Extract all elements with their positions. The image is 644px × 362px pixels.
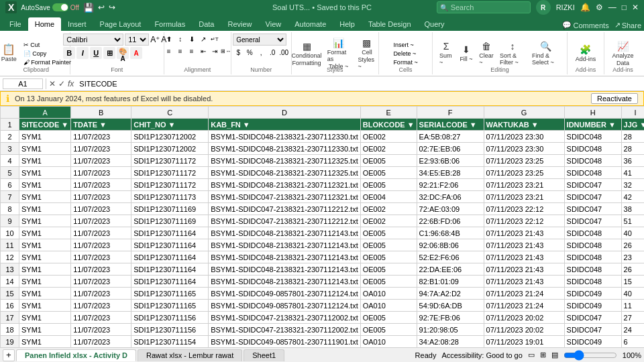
cell-reference-box[interactable]: [3, 78, 43, 89]
table-cell[interactable]: 41: [621, 167, 644, 179]
autosum-button[interactable]: Σ Sum ~: [437, 40, 455, 67]
table-cell[interactable]: 07/11/2023 23:21: [484, 191, 564, 203]
increase-decimal-button[interactable]: .00: [278, 47, 289, 58]
save-icon[interactable]: 💾: [83, 3, 94, 13]
header-sitecode[interactable]: SITECODE ▼: [19, 119, 71, 131]
italic-button[interactable]: I: [76, 47, 89, 59]
header-idnumber[interactable]: IDNUMBER ▼: [564, 119, 621, 131]
col-header-b[interactable]: B: [71, 107, 131, 119]
table-cell[interactable]: 07/11/2023 21:43: [484, 227, 564, 239]
table-cell[interactable]: SDI1P1230711156: [131, 324, 209, 336]
header-tdate[interactable]: TDATE ▼: [71, 119, 131, 131]
table-cell[interactable]: BSYM1-SDIDC048-2138321-2307112143.txt: [209, 227, 361, 239]
table-cell[interactable]: SYM1: [19, 276, 71, 288]
table-cell[interactable]: BSYM1-SDIDC047-2138321-2307112321.txt: [209, 191, 361, 203]
table-cell[interactable]: BSYM1-SDIDC048-2138321-2307112330.txt: [209, 131, 361, 143]
currency-button[interactable]: $: [233, 47, 244, 58]
percent-button[interactable]: %: [244, 47, 255, 58]
minimize-icon[interactable]: —: [608, 3, 616, 12]
table-cell[interactable]: OE002: [360, 215, 417, 227]
table-cell[interactable]: SYM1: [19, 179, 71, 191]
table-cell[interactable]: SYM1: [19, 191, 71, 203]
header-waktukab[interactable]: WAKTUKAB ▼: [484, 119, 564, 131]
table-cell[interactable]: 24: [621, 324, 644, 336]
table-cell[interactable]: BSYM1-SDIDC049-0857801-2307112124.txt: [209, 288, 361, 300]
table-cell[interactable]: 94:7A:A2:D2: [417, 288, 484, 300]
table-cell[interactable]: OE005: [360, 167, 417, 179]
table-cell[interactable]: 07/11/2023 21:43: [484, 251, 564, 263]
table-cell[interactable]: BSYM1-SDIDC047-2138321-2307112212.txt: [209, 215, 361, 227]
align-center-button[interactable]: ≡: [175, 46, 186, 56]
table-cell[interactable]: OA010: [360, 288, 417, 300]
table-cell[interactable]: 36: [621, 155, 644, 167]
table-cell[interactable]: 07/11/2023 22:12: [484, 215, 564, 227]
conditional-formatting-button[interactable]: ▦ Conditional Formatting: [291, 40, 321, 68]
merge-button[interactable]: ⊞↔: [221, 46, 231, 56]
header-chitno[interactable]: CHIT_NO ▼: [131, 119, 209, 131]
header-blokcode[interactable]: BLOKCODE ▼: [360, 119, 417, 131]
table-cell[interactable]: 11: [621, 300, 644, 312]
table-cell[interactable]: OE005: [360, 324, 417, 336]
comma-button[interactable]: ,: [256, 47, 266, 58]
table-cell[interactable]: 40: [621, 288, 644, 300]
table-cell[interactable]: SDIDC049: [564, 336, 621, 348]
table-cell[interactable]: 22:6B:FD:06: [417, 215, 484, 227]
table-cell[interactable]: BSYM1-SDIDC049-0857801-2307112124.txt: [209, 300, 361, 312]
table-cell[interactable]: 11/07/2023: [71, 263, 131, 276]
comments-btn[interactable]: 💬 Comments: [562, 21, 608, 29]
analyze-data-button[interactable]: 📈 Analyze Data: [609, 40, 636, 68]
redo-icon[interactable]: ↪: [109, 3, 115, 12]
table-cell[interactable]: 27: [621, 312, 644, 324]
table-cell[interactable]: 28: [621, 131, 644, 143]
table-cell[interactable]: 11/07/2023: [71, 288, 131, 300]
table-cell[interactable]: SYM1: [19, 239, 71, 251]
add-sheet-button[interactable]: +: [3, 349, 15, 361]
table-cell[interactable]: 42: [621, 191, 644, 203]
table-cell[interactable]: 07/11/2023 21:43: [484, 263, 564, 276]
col-header-a[interactable]: A: [19, 107, 71, 119]
table-cell[interactable]: 28: [621, 143, 644, 155]
bold-button[interactable]: B: [63, 47, 75, 59]
table-cell[interactable]: OE005: [360, 155, 417, 167]
col-header-c[interactable]: C: [131, 107, 209, 119]
add-ins-button[interactable]: 🧩 Add-ins: [573, 43, 599, 64]
table-cell[interactable]: SDI1P1230711164: [131, 276, 209, 288]
table-cell[interactable]: 38: [621, 203, 644, 215]
tab-page-layout[interactable]: Page Layout: [93, 17, 148, 31]
table-cell[interactable]: 51: [621, 215, 644, 227]
col-header-d[interactable]: D: [209, 107, 361, 119]
table-cell[interactable]: OE004: [360, 191, 417, 203]
table-cell[interactable]: 07/11/2023 23:21: [484, 179, 564, 191]
table-cell[interactable]: SDIDC047: [564, 203, 621, 215]
notifications-icon[interactable]: 🔔: [580, 3, 590, 12]
align-right-button[interactable]: ≡: [186, 46, 197, 56]
table-cell[interactable]: SDIDC049: [564, 288, 621, 300]
table-cell[interactable]: SDIDC048: [564, 251, 621, 263]
font-size-select[interactable]: 11: [125, 34, 149, 46]
page-break-icon[interactable]: ▤: [551, 351, 558, 359]
table-cell[interactable]: SDIDC049: [564, 300, 621, 312]
table-cell[interactable]: BSYM1-SDIDC047-2138321-2307112002.txt: [209, 324, 361, 336]
find-select-button[interactable]: 🔍 Find & Select ~: [529, 40, 563, 67]
table-cell[interactable]: 40: [621, 227, 644, 239]
border-button[interactable]: ⊞: [103, 47, 115, 59]
tab-file[interactable]: File: [3, 17, 28, 31]
table-cell[interactable]: SYM1: [19, 312, 71, 324]
table-cell[interactable]: SDI1P1230711172: [131, 179, 209, 191]
table-cell[interactable]: SDI1P1230711164: [131, 239, 209, 251]
increase-font-icon[interactable]: A⁺: [150, 35, 160, 44]
format-button[interactable]: Format ~: [390, 58, 420, 66]
table-cell[interactable]: SYM1: [19, 263, 71, 276]
table-cell[interactable]: SDIDC048: [564, 276, 621, 288]
sheet-tab-rawat[interactable]: Rawat xlsx - Lembur rawat: [138, 349, 242, 361]
table-cell[interactable]: C1:96:68:4B: [417, 227, 484, 239]
autosave-toggle[interactable]: [52, 3, 68, 11]
table-cell[interactable]: BSYM1-SDIDC048-2138321-2307112143.txt: [209, 251, 361, 263]
table-cell[interactable]: 11/07/2023: [71, 143, 131, 155]
col-header-i[interactable]: I: [621, 107, 644, 119]
format-as-table-button[interactable]: 📊 Format as Table ~: [325, 36, 353, 71]
table-cell[interactable]: SYM1: [19, 288, 71, 300]
table-cell[interactable]: 07/11/2023 21:43: [484, 239, 564, 251]
tab-data[interactable]: Data: [192, 17, 221, 31]
table-cell[interactable]: 07/11/2023 20:02: [484, 324, 564, 336]
